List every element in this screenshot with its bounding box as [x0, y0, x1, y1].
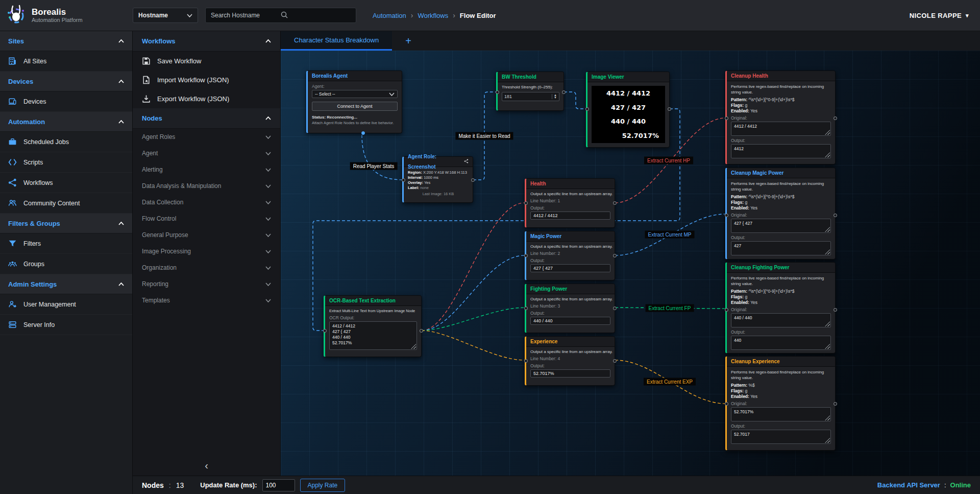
- import-workflow-button[interactable]: Import Workflow (JSON): [133, 70, 280, 89]
- output-value-input[interactable]: [530, 369, 610, 378]
- output-textarea[interactable]: 4412: [731, 144, 831, 158]
- node-category-flow-control[interactable]: Flow Control: [133, 210, 280, 227]
- sidebar-section-admin-settings[interactable]: Admin Settings: [0, 274, 132, 294]
- share-icon[interactable]: [464, 157, 469, 167]
- original-textarea[interactable]: 4412 / 4412: [731, 122, 831, 136]
- port-input[interactable]: [323, 329, 327, 333]
- port-input[interactable]: [725, 402, 728, 406]
- sidebar-item-filters[interactable]: Filters: [0, 233, 132, 254]
- sidebar-item-devices[interactable]: Devices: [0, 91, 132, 112]
- port-input[interactable]: [725, 214, 728, 217]
- node-cleanup-experience[interactable]: Cleanup Experience Performs live regex-b…: [725, 356, 836, 451]
- port-output[interactable]: [613, 254, 617, 257]
- edge-label-extract-exp[interactable]: Extract Current EXP: [644, 378, 696, 386]
- sidebar-section-automation[interactable]: Automation: [0, 112, 132, 132]
- edge-label-make-easier[interactable]: Make it Easier to Read: [455, 132, 513, 140]
- port-input[interactable]: [524, 201, 528, 205]
- edge-threshold-to-viewer[interactable]: [564, 92, 586, 109]
- sidebar-item-workflows[interactable]: Workflows: [0, 173, 132, 193]
- user-menu[interactable]: NICOLE RAPPE ▾: [910, 12, 969, 19]
- output-textarea[interactable]: 427: [731, 241, 831, 255]
- output-value-input[interactable]: [530, 317, 610, 325]
- save-workflow-button[interactable]: Save Workflow: [133, 52, 280, 70]
- node-magic-power[interactable]: Magic Power Output a specific line from …: [525, 231, 615, 280]
- sidebar-item-scripts[interactable]: Scripts: [0, 152, 132, 173]
- port-input[interactable]: [725, 116, 728, 120]
- sidebar-section-sites[interactable]: Sites: [0, 31, 132, 51]
- port-output[interactable]: [613, 201, 617, 205]
- node-category-alerting[interactable]: Alerting: [133, 161, 280, 178]
- port-input[interactable]: [402, 178, 405, 182]
- node-cleanup-health[interactable]: Cleanup Health Performs live regex-based…: [725, 70, 836, 164]
- tab-character-status-breakdown[interactable]: Character Status Breakdown: [281, 31, 392, 51]
- port-input[interactable]: [524, 359, 528, 363]
- collapse-palette-button[interactable]: ‹: [133, 460, 280, 471]
- port-output[interactable]: [668, 107, 671, 111]
- node-category-agent-roles[interactable]: Agent Roles: [133, 129, 280, 145]
- original-textarea[interactable]: 440 / 440: [731, 313, 831, 327]
- threshold-input[interactable]: 181 ▲▼: [502, 92, 559, 101]
- node-category-templates[interactable]: Templates: [133, 292, 280, 309]
- original-textarea[interactable]: 427 { 427: [731, 219, 831, 233]
- sidebar-section-filters-groups[interactable]: Filters & Groups: [0, 214, 132, 233]
- port-output[interactable]: [613, 359, 617, 363]
- sidebar-item-all-sites[interactable]: All Sites: [0, 51, 132, 72]
- edge-label-extract-fp[interactable]: Extract Current FP: [646, 304, 694, 312]
- node-borealis-agent[interactable]: Borealis Agent Agent: -- Select -- Conne…: [306, 70, 402, 133]
- port-input[interactable]: [496, 90, 499, 94]
- breadcrumb-workflows[interactable]: Workflows: [418, 12, 448, 19]
- port-input[interactable]: [725, 308, 728, 312]
- hostname-search[interactable]: Search Hostname: [205, 8, 356, 23]
- node-cleanup-fighting-power[interactable]: Cleanup Fighting Power Performs live reg…: [725, 262, 836, 354]
- port-input[interactable]: [585, 107, 589, 111]
- port-output[interactable]: [834, 402, 837, 406]
- sidebar-item-groups[interactable]: Groups: [0, 254, 132, 274]
- edge-ocr-to-experience[interactable]: [422, 331, 525, 360]
- agent-select[interactable]: -- Select --: [312, 90, 398, 98]
- flow-canvas[interactable]: Read Player Stats Make it Easier to Read…: [281, 51, 980, 476]
- output-value-input[interactable]: [530, 264, 610, 272]
- node-image-viewer[interactable]: Image Viewer 4412 / 4412 427 / 427 440 /…: [586, 72, 670, 148]
- port-input[interactable]: [524, 307, 528, 310]
- node-category-data-collection[interactable]: Data Collection: [133, 194, 280, 210]
- node-category-agent[interactable]: Agent: [133, 145, 280, 161]
- sidebar-item-server-info[interactable]: Server Info: [0, 315, 132, 335]
- node-category-organization[interactable]: Organization: [133, 260, 280, 276]
- breadcrumb-automation[interactable]: Automation: [373, 12, 406, 19]
- hostname-dropdown[interactable]: Hostname: [133, 8, 198, 23]
- node-bw-threshold[interactable]: BW Threshold Threshold Strength (0–255):…: [496, 72, 564, 111]
- node-cleanup-magic-power[interactable]: Cleanup Magic Power Performs live regex-…: [725, 168, 836, 260]
- output-textarea[interactable]: 52.7017: [731, 430, 831, 444]
- palette-section-workflows[interactable]: Workflows: [133, 31, 280, 52]
- node-ocr-text-extraction[interactable]: OCR-Based Text Extraction Extract Multi-…: [324, 295, 422, 357]
- edge-ocr-to-health[interactable]: [422, 203, 525, 331]
- port-output[interactable]: [834, 116, 837, 120]
- node-category-general-purpose[interactable]: General Purpose: [133, 227, 280, 243]
- add-tab-button[interactable]: +: [392, 31, 425, 51]
- node-category-data-analysis[interactable]: Data Analysis & Manipulation: [133, 178, 280, 194]
- stepper-icon[interactable]: ▲▼: [552, 94, 557, 99]
- edge-ocr-to-fighting[interactable]: [422, 308, 525, 331]
- edge-label-extract-mp[interactable]: Extract Current MP: [645, 231, 694, 239]
- ocr-output-textarea[interactable]: 4412 / 4412 427 { 427 440 / 440 52.7017%: [329, 321, 417, 350]
- port-output[interactable]: [834, 214, 837, 217]
- connect-to-agent-button[interactable]: Connect to Agent: [312, 102, 398, 111]
- port-output[interactable]: [613, 307, 617, 310]
- node-category-reporting[interactable]: Reporting: [133, 276, 280, 292]
- sidebar-item-user-management[interactable]: User Management: [0, 294, 132, 315]
- palette-section-nodes[interactable]: Nodes: [133, 108, 280, 129]
- port-output[interactable]: [361, 131, 365, 135]
- output-textarea[interactable]: 440: [731, 336, 831, 350]
- node-health[interactable]: Health Output a specific line from an up…: [525, 178, 615, 228]
- sidebar-item-scheduled-jobs[interactable]: Scheduled Jobs: [0, 132, 132, 152]
- node-fighting-power[interactable]: Fighting Power Output a specific line fr…: [525, 284, 615, 333]
- output-value-input[interactable]: [530, 211, 610, 220]
- sidebar-section-devices[interactable]: Devices: [0, 72, 132, 91]
- port-output[interactable]: [562, 90, 566, 94]
- port-input[interactable]: [524, 254, 528, 257]
- node-agent-role-screenshot[interactable]: Agent Role: Screenshot Region: X:200 Y:4…: [402, 156, 473, 203]
- original-textarea[interactable]: 52.7017%: [731, 407, 831, 421]
- node-category-image-processing[interactable]: Image Processing: [133, 243, 280, 260]
- edge-agent-to-screenshot[interactable]: [362, 135, 402, 180]
- export-workflow-button[interactable]: Export Workflow (JSON): [133, 89, 280, 108]
